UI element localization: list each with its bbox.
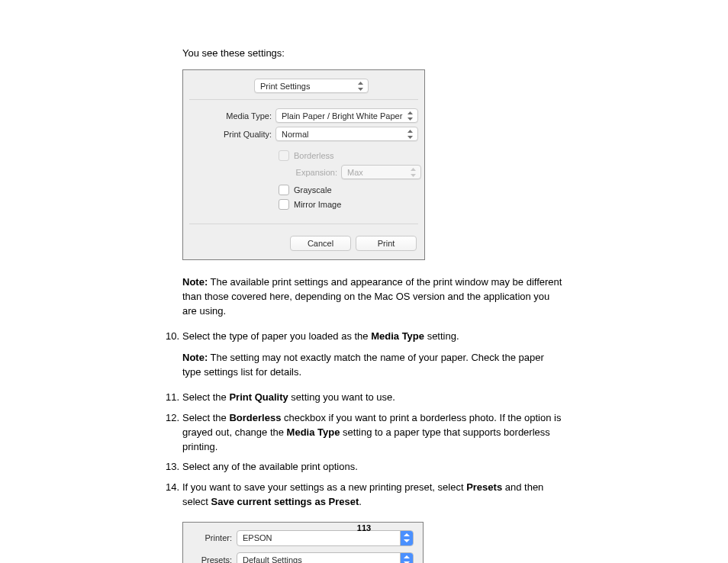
presets-dropdown[interactable]: Default Settings — [237, 552, 414, 563]
print-quality-value: Normal — [282, 130, 308, 139]
printer-dropdown[interactable]: EPSON — [237, 530, 414, 546]
presets-label: Presets: — [192, 555, 232, 563]
print-quality-label: Print Quality: — [183, 130, 272, 139]
step-number: 10. — [166, 330, 179, 344]
chevron-updown-icon — [400, 531, 413, 545]
instruction-list: 10. Select the type of paper you loaded … — [166, 330, 562, 510]
print-button[interactable]: Print — [356, 236, 417, 251]
step-number: 13. — [166, 460, 179, 475]
intro-text: You see these settings: — [182, 47, 562, 59]
print-quality-dropdown[interactable]: Normal — [275, 127, 418, 141]
step-11: 11. Select the Print Quality setting you… — [182, 391, 562, 405]
media-type-value: Plain Paper / Bright White Paper — [282, 111, 402, 121]
media-type-label: Media Type: — [183, 111, 272, 121]
chevron-updown-icon — [411, 168, 416, 177]
step-10: 10. Select the type of paper you loaded … — [182, 330, 562, 381]
step-number: 12. — [166, 411, 179, 426]
step-13: 13. Select any of the available print op… — [182, 460, 562, 475]
borderless-label: Borderless — [294, 151, 334, 160]
settings-dropdown[interactable]: Print Settings — [254, 79, 369, 93]
chevron-updown-icon — [407, 130, 413, 139]
step-number: 14. — [166, 481, 179, 495]
borderless-checkbox — [279, 150, 289, 161]
expansion-value: Max — [347, 168, 363, 177]
grayscale-label: Grayscale — [294, 185, 332, 195]
step-14: 14. If you want to save your settings as… — [182, 481, 562, 510]
page-number: 113 — [0, 523, 728, 532]
print-settings-screenshot: Print Settings Media Type: Plain Paper /… — [182, 69, 425, 260]
chevron-updown-icon — [358, 82, 363, 91]
mirror-image-checkbox[interactable] — [279, 199, 289, 210]
step-number: 11. — [166, 391, 179, 405]
step-10-note: Note: The setting may not exactly match … — [182, 351, 562, 380]
expansion-dropdown: Max — [341, 165, 421, 179]
settings-dropdown-label: Print Settings — [260, 82, 310, 91]
media-type-dropdown[interactable]: Plain Paper / Bright White Paper — [275, 108, 418, 123]
step-12: 12. Select the Borderless checkbox if yo… — [182, 411, 562, 455]
mirror-image-label: Mirror Image — [294, 200, 341, 209]
printer-label: Printer: — [192, 533, 232, 542]
printer-value: EPSON — [237, 533, 400, 542]
presets-value: Default Settings — [237, 555, 400, 563]
note-paragraph-1: Note: The available print settings and a… — [182, 275, 562, 319]
chevron-updown-icon — [400, 553, 413, 563]
grayscale-checkbox[interactable] — [279, 185, 289, 195]
cancel-button[interactable]: Cancel — [290, 236, 351, 251]
expansion-label: Expansion: — [183, 168, 337, 177]
chevron-updown-icon — [407, 111, 413, 121]
